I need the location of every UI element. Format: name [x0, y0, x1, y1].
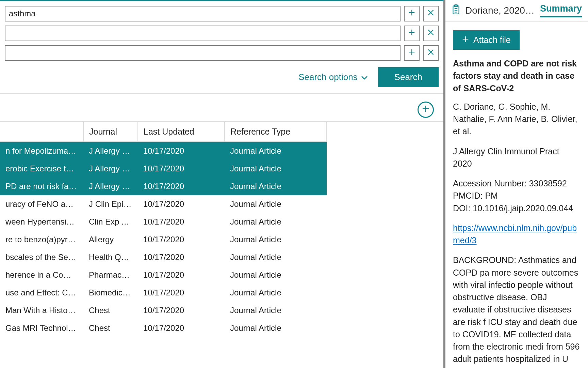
cell-updated: 10/17/2020	[138, 319, 225, 337]
search-button[interactable]: Search	[378, 67, 439, 87]
cell-journal: J Allergy Cli...	[83, 142, 138, 160]
clipboard-icon	[452, 4, 460, 17]
plus-icon	[422, 105, 430, 115]
app-root: Search options Search J	[0, 0, 588, 368]
cell-journal: Pharmacy (...	[83, 266, 138, 284]
cell-journal: Allergy	[83, 231, 138, 248]
table-row[interactable]: bscales of the Severe ...Health Qual...1…	[0, 248, 327, 266]
column-header-reference-type[interactable]: Reference Type	[225, 122, 327, 142]
cell-updated: 10/17/2020	[138, 266, 225, 284]
table-row[interactable]: Man With a History of...Chest10/17/2020J…	[0, 302, 327, 319]
left-pane: Search options Search J	[0, 0, 443, 368]
search-options-dropdown[interactable]: Search options	[298, 72, 368, 82]
search-input-3[interactable]	[5, 45, 401, 61]
cell-type: Journal Article	[225, 142, 327, 160]
cell-journal: Biomedicin...	[83, 284, 138, 302]
reference-url[interactable]: https://www.ncbi.nlm.nih.gov/pubmed/3	[453, 223, 577, 245]
reference-authors: C. Doriane, G. Sophie, M. Nathalie, F. A…	[453, 101, 581, 138]
results-toolbar	[0, 94, 443, 121]
cell-title: uracy of FeNO and asth...	[0, 195, 83, 213]
table-row[interactable]: erobic Exercise to be In...J Allergy Cli…	[0, 160, 327, 178]
column-header-last-updated[interactable]: Last Updated	[138, 122, 225, 142]
chevron-down-icon	[361, 72, 368, 82]
cell-updated: 10/17/2020	[138, 142, 225, 160]
remove-search-row-2[interactable]	[423, 26, 439, 41]
cell-updated: 10/17/2020	[138, 284, 225, 302]
cell-journal: J Allergy Cli...	[83, 178, 138, 195]
close-icon	[427, 9, 435, 18]
table-row[interactable]: uracy of FeNO and asth...J Clin Epide...…	[0, 195, 327, 213]
cell-journal: Clin Exp All...	[83, 213, 138, 231]
table-row[interactable]: herence in a Communit...Pharmacy (...10/…	[0, 266, 327, 284]
cell-type: Journal Article	[225, 231, 327, 248]
cell-type: Journal Article	[225, 248, 327, 266]
remove-search-row-1[interactable]	[423, 6, 439, 21]
add-search-row-1[interactable]	[404, 6, 420, 21]
search-row-2	[5, 26, 439, 41]
table-row[interactable]: Gas MRI Technology ...Chest10/17/2020Jou…	[0, 319, 327, 337]
reference-ids: Accession Number: 33038592 PMCID: PM DOI…	[453, 177, 581, 214]
search-row-1	[5, 6, 439, 21]
cell-title: herence in a Communit...	[0, 266, 83, 284]
cell-updated: 10/17/2020	[138, 195, 225, 213]
plus-icon	[408, 9, 415, 18]
cell-updated: 10/17/2020	[138, 160, 225, 178]
reference-accession: Accession Number: 33038592 PMCID: PM	[453, 177, 581, 202]
cell-title: erobic Exercise to be In...	[0, 160, 83, 178]
cell-type: Journal Article	[225, 319, 327, 337]
search-row-3	[5, 45, 439, 61]
table-row[interactable]: re to benzo(a)pyrene-c...Allergy10/17/20…	[0, 231, 327, 248]
results-table-scroll[interactable]: Journal Last Updated Reference Type n fo…	[0, 122, 443, 368]
attach-file-label: Attach file	[473, 35, 511, 45]
cell-title: Man With a History of...	[0, 302, 83, 319]
add-search-row-2[interactable]	[404, 26, 420, 41]
plus-icon	[408, 29, 415, 38]
search-input-1[interactable]	[5, 6, 401, 21]
table-header-row: Journal Last Updated Reference Type	[0, 122, 327, 142]
cell-updated: 10/17/2020	[138, 231, 225, 248]
add-search-row-3[interactable]	[404, 45, 420, 61]
cell-type: Journal Article	[225, 302, 327, 319]
remove-search-row-3[interactable]	[423, 45, 439, 61]
detail-pane: Doriane, 2020 #36 Summary Attach file As…	[443, 0, 588, 368]
tab-summary[interactable]: Summary	[540, 3, 582, 17]
table-row[interactable]: n for Mepolizumab in ...J Allergy Cli...…	[0, 142, 327, 160]
close-icon	[427, 29, 435, 38]
cell-type: Journal Article	[225, 213, 327, 231]
cell-updated: 10/17/2020	[138, 248, 225, 266]
reference-doi: DOI: 10.1016/j.jaip.2020.09.044	[453, 202, 581, 214]
cell-type: Journal Article	[225, 160, 327, 178]
search-options-label: Search options	[298, 72, 357, 82]
cell-updated: 10/17/2020	[138, 213, 225, 231]
reference-abstract: BACKGROUND: Asthmatics and COPD pa more …	[453, 254, 581, 368]
cell-title: ween Hypertensive Dis...	[0, 213, 83, 231]
results-table-wrap: Journal Last Updated Reference Type n fo…	[0, 121, 443, 368]
detail-body: Attach file Asthma and COPD are not risk…	[445, 22, 588, 368]
reference-journal: J Allergy Clin Immunol Pract 2020	[453, 145, 581, 170]
cell-journal: Chest	[83, 302, 138, 319]
cell-journal: Health Qual...	[83, 248, 138, 266]
cell-journal: J Allergy Cli...	[83, 160, 138, 178]
search-input-2[interactable]	[5, 26, 401, 41]
results-table: Journal Last Updated Reference Type n fo…	[0, 122, 327, 337]
cell-journal: Chest	[83, 319, 138, 337]
cell-updated: 10/17/2020	[138, 302, 225, 319]
add-reference-button[interactable]	[418, 102, 434, 118]
cell-title: n for Mepolizumab in ...	[0, 142, 83, 160]
cell-type: Journal Article	[225, 284, 327, 302]
cell-type: Journal Article	[225, 195, 327, 213]
table-row[interactable]: ween Hypertensive Dis...Clin Exp All...1…	[0, 213, 327, 231]
cell-journal: J Clin Epide...	[83, 195, 138, 213]
close-icon	[427, 48, 435, 58]
cell-title: use and Effect: Childre...	[0, 284, 83, 302]
column-header-journal[interactable]: Journal	[83, 122, 138, 142]
plus-icon	[462, 35, 469, 45]
cell-title: PD are not risk factors ...	[0, 178, 83, 195]
cell-updated: 10/17/2020	[138, 178, 225, 195]
attach-file-button[interactable]: Attach file	[453, 30, 520, 50]
search-options-row: Search options Search	[0, 65, 443, 93]
column-header-title[interactable]	[0, 122, 83, 142]
table-row[interactable]: use and Effect: Childre...Biomedicin...1…	[0, 284, 327, 302]
reference-title: Asthma and COPD are not risk factors sta…	[453, 57, 581, 94]
table-row[interactable]: PD are not risk factors ...J Allergy Cli…	[0, 178, 327, 195]
